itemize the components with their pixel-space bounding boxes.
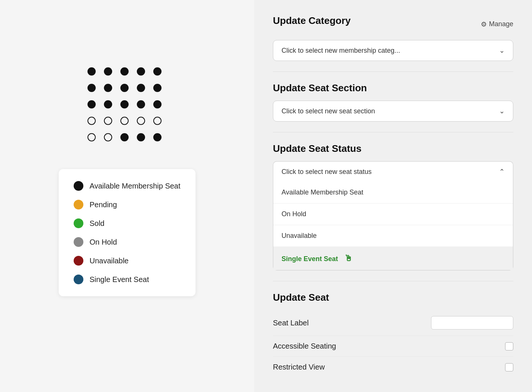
legend-dot-unavailable — [74, 256, 83, 266]
seat-dot[interactable] — [137, 67, 145, 76]
seat-dot-empty[interactable] — [87, 133, 96, 141]
seat-label-row: Seat Label — [273, 310, 513, 336]
legend-card: Available Membership Seat Pending Sold O… — [59, 169, 195, 296]
seat-dot[interactable] — [153, 100, 162, 108]
legend-label-available-membership: Available Membership Seat — [89, 182, 180, 190]
option-on-hold[interactable]: On Hold — [273, 203, 513, 225]
seat-dot[interactable] — [120, 100, 129, 108]
chevron-down-icon: ⌄ — [499, 46, 505, 55]
seat-status-placeholder: Click to select new seat status — [282, 168, 372, 176]
seat-dot-empty[interactable] — [120, 117, 129, 125]
legend-item-available-membership: Available Membership Seat — [74, 181, 180, 191]
seat-dot-empty[interactable] — [137, 117, 145, 125]
seat-dot[interactable] — [120, 84, 129, 92]
seat-dot-empty[interactable] — [153, 117, 162, 125]
manage-button[interactable]: ⚙ Manage — [481, 20, 513, 28]
seat-section-placeholder: Click to select new seat section — [282, 107, 375, 115]
legend-label-on-hold: On Hold — [89, 238, 117, 246]
accessible-seating-checkbox[interactable] — [505, 342, 513, 350]
accessible-seating-label: Accessible Seating — [273, 342, 336, 350]
update-seat-section-title: Update Seat Section — [273, 82, 513, 94]
update-category-section: Update Category ⚙ Manage Click to select… — [273, 11, 513, 72]
seat-dot[interactable] — [104, 67, 112, 76]
seat-dot-empty[interactable] — [104, 133, 112, 141]
legend-dot-on-hold — [74, 237, 83, 247]
seat-dot[interactable] — [87, 100, 96, 108]
seat-dot[interactable] — [87, 84, 96, 92]
update-seat-section-section: Update Seat Section Click to select new … — [273, 72, 513, 132]
right-panel: Update Category ⚙ Manage Click to select… — [254, 0, 532, 392]
legend-dot-available-membership — [74, 181, 83, 191]
option-single-event[interactable]: Single Event Seat 🖱 — [273, 247, 513, 270]
seat-dot[interactable] — [104, 84, 112, 92]
legend-item-single-event: Single Event Seat — [74, 275, 180, 284]
seat-dot-empty[interactable] — [104, 117, 112, 125]
cursor-pointer-icon: 🖱 — [344, 254, 353, 263]
chevron-up-icon: ⌃ — [499, 168, 505, 176]
option-label: Available Membership Seat — [282, 189, 363, 196]
seat-dot[interactable] — [137, 133, 145, 141]
option-unavailable[interactable]: Unavailable — [273, 225, 513, 247]
update-seat-title: Update Seat — [273, 292, 513, 303]
seat-dot[interactable] — [87, 67, 96, 76]
legend-item-pending: Pending — [74, 200, 180, 209]
left-panel: Available Membership Seat Pending Sold O… — [0, 0, 254, 392]
restricted-view-row: Restricted View — [273, 357, 513, 377]
option-label: On Hold — [282, 210, 306, 218]
seat-status-dropdown[interactable]: Click to select new seat status ⌃ — [273, 161, 513, 182]
seat-dot[interactable] — [104, 100, 112, 108]
legend-label-single-event: Single Event Seat — [89, 275, 149, 284]
update-seat-status-title: Update Seat Status — [273, 143, 513, 154]
seat-status-dropdown-menu: Available Membership Seat On Hold Unavai… — [273, 182, 513, 270]
accessible-seating-row: Accessible Seating — [273, 336, 513, 357]
seat-map — [87, 67, 167, 147]
legend-dot-single-event — [74, 275, 83, 284]
restricted-view-checkbox[interactable] — [505, 363, 513, 371]
seat-dot[interactable] — [120, 133, 129, 141]
category-dropdown-placeholder: Click to select new membership categ... — [282, 47, 400, 55]
legend-label-pending: Pending — [89, 200, 117, 209]
seat-dot[interactable] — [137, 84, 145, 92]
seat-dot[interactable] — [137, 100, 145, 108]
seat-dot[interactable] — [153, 84, 162, 92]
legend-dot-pending — [74, 200, 83, 209]
seat-dot[interactable] — [153, 133, 162, 141]
legend-label-sold: Sold — [89, 219, 104, 228]
update-seat-status-section: Update Seat Status Click to select new s… — [273, 132, 513, 281]
manage-label: Manage — [489, 20, 513, 28]
seat-dot[interactable] — [120, 67, 129, 76]
update-seat-fields-section: Update Seat Seat Label Accessible Seatin… — [273, 281, 513, 388]
legend-item-sold: Sold — [74, 218, 180, 228]
legend-item-on-hold: On Hold — [74, 237, 180, 247]
option-available-membership[interactable]: Available Membership Seat — [273, 182, 513, 203]
chevron-down-icon: ⌄ — [499, 107, 505, 115]
restricted-view-label: Restricted View — [273, 363, 325, 371]
category-dropdown[interactable]: Click to select new membership categ... … — [273, 40, 513, 61]
seat-label-input[interactable] — [431, 316, 513, 330]
legend-item-unavailable: Unavailable — [74, 256, 180, 266]
legend-label-unavailable: Unavailable — [89, 257, 129, 265]
seat-dot-empty[interactable] — [87, 117, 96, 125]
update-category-title: Update Category — [273, 15, 351, 27]
option-label: Unavailable — [282, 232, 317, 239]
seat-dot[interactable] — [153, 67, 162, 76]
seat-section-dropdown[interactable]: Click to select new seat section ⌄ — [273, 101, 513, 122]
seat-label-field-label: Seat Label — [273, 319, 309, 327]
gear-icon: ⚙ — [481, 20, 487, 28]
legend-dot-sold — [74, 218, 83, 228]
option-label: Single Event Seat — [282, 255, 338, 263]
